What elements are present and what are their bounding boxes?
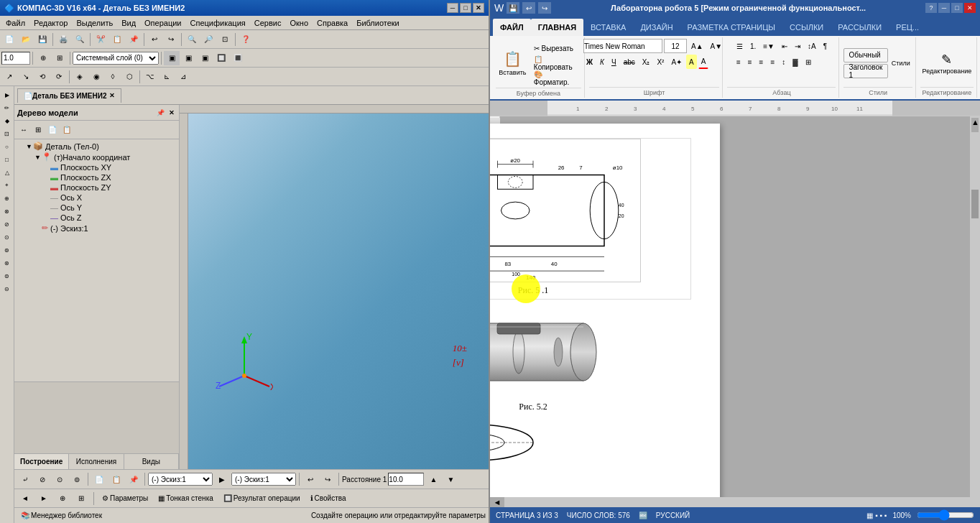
h-scroll-left[interactable]: ◄: [490, 497, 504, 507]
btb4[interactable]: ⊚: [69, 472, 85, 486]
viewport-3d[interactable]: Y X Z 10± [v]: [180, 105, 489, 469]
editing-btn[interactable]: ✎ Редактирование: [918, 42, 976, 85]
tree-item-detail[interactable]: ▼ 📦 Деталь (Тел-0): [14, 141, 179, 152]
sidebar-icon-7[interactable]: △: [1, 167, 13, 178]
scroll-thumb-top[interactable]: ▲: [971, 118, 979, 132]
tb-a4[interactable]: ⟳: [51, 70, 67, 84]
sidebar-icon-13[interactable]: ⊚: [1, 244, 13, 256]
tree-item-xy[interactable]: ▬ Плоскость XY: [14, 162, 179, 172]
btb12[interactable]: ▼: [443, 472, 458, 486]
tree-tab-views[interactable]: Виды: [124, 454, 179, 469]
word-undo-btn[interactable]: ↩: [522, 2, 535, 14]
sketch-select-2[interactable]: (-) Эскиз:1: [231, 473, 296, 486]
sidebar-icon-16[interactable]: ⊝: [1, 283, 13, 295]
format-btn[interactable]: 🎨 Форматир.: [531, 71, 581, 85]
italic-btn[interactable]: К: [597, 55, 607, 69]
tab-insert[interactable]: ВСТАВКА: [583, 19, 633, 36]
btb5[interactable]: 📄: [91, 472, 107, 486]
tb-preview[interactable]: 🔍: [72, 32, 88, 47]
tab-review[interactable]: РЕЦ...: [889, 19, 926, 36]
word-save-btn[interactable]: 💾: [507, 2, 519, 14]
tb-a3[interactable]: ⟲: [34, 70, 50, 84]
align-justify[interactable]: ≡: [767, 55, 777, 69]
btb-r1[interactable]: ◄: [17, 491, 33, 506]
menu-libraries[interactable]: Библиотеки: [352, 18, 404, 28]
btb6[interactable]: 📋: [108, 472, 124, 486]
thin-wall-btn[interactable]: ▦ Тонкая стенка: [154, 491, 216, 506]
line-spacing[interactable]: ↕: [779, 55, 788, 69]
tb-undo[interactable]: ↩: [147, 32, 162, 47]
btb-r3[interactable]: ⊕: [55, 491, 70, 506]
tb-view3d[interactable]: 🔲: [213, 51, 229, 65]
font-color-btn[interactable]: A: [698, 55, 709, 69]
minimize-button[interactable]: ─: [447, 3, 458, 13]
tree-tab-exec[interactable]: Исполнения: [69, 454, 124, 469]
menu-spec[interactable]: Спецификация: [186, 18, 250, 28]
font-name-input[interactable]: [583, 39, 662, 53]
font-size-input[interactable]: [664, 39, 687, 53]
tree-tb-3[interactable]: 📄: [46, 124, 59, 136]
tab-layout[interactable]: РАЗМЕТКА СТРАНИЦЫ: [680, 19, 782, 36]
btb-r2[interactable]: ►: [36, 491, 52, 506]
btb7[interactable]: 📌: [126, 472, 142, 486]
word-question[interactable]: ?: [925, 3, 937, 13]
tb-grid[interactable]: ⊞: [52, 51, 68, 65]
tree-pin[interactable]: 📌: [155, 109, 166, 116]
superscript-btn[interactable]: X²: [654, 55, 667, 69]
tree-close[interactable]: ✕: [167, 109, 176, 116]
tb-copy[interactable]: 📋: [109, 32, 125, 47]
paste-button[interactable]: 📋 Вставить: [496, 39, 530, 88]
align-left[interactable]: ≡: [734, 55, 744, 69]
tb-c1[interactable]: ⌥: [142, 70, 158, 84]
multi-level-btn[interactable]: ≡▼: [760, 39, 777, 53]
styles-gallery-btn[interactable]: Стили: [889, 42, 912, 85]
tb-help[interactable]: ❓: [238, 32, 254, 47]
btb3[interactable]: ⊙: [52, 472, 68, 486]
v-scrollbar[interactable]: ▲: [970, 116, 980, 507]
tab-design[interactable]: ДИЗАЙН: [633, 19, 680, 36]
word-doc-area[interactable]: 1 2 3 4 5 6 7 8 9: [490, 116, 980, 507]
align-center[interactable]: ≡: [745, 55, 755, 69]
sidebar-icon-2[interactable]: ✏: [1, 102, 13, 114]
layer-select[interactable]: Системный слой (0): [73, 52, 159, 65]
sidebar-icon-14[interactable]: ⊛: [1, 257, 13, 269]
result-btn[interactable]: 🔲 Результат операции: [220, 491, 304, 506]
cut-btn[interactable]: ✂ Вырезать: [531, 41, 581, 55]
sidebar-icon-6[interactable]: □: [1, 154, 13, 165]
bold-btn[interactable]: Ж: [583, 55, 596, 69]
btb-r4[interactable]: ⊞: [73, 491, 89, 506]
word-maximize[interactable]: □: [951, 3, 963, 13]
tree-item-axis-y[interactable]: — Ось Y: [14, 203, 179, 213]
tb-save[interactable]: 💾: [34, 32, 50, 47]
tb-zoom-fit[interactable]: ⊡: [217, 32, 233, 47]
tree-item-sketch1[interactable]: ✏ (-) Эскиз:1: [14, 223, 179, 233]
tree-item-axis-x[interactable]: — Ось X: [14, 193, 179, 203]
btb2[interactable]: ⊘: [34, 472, 50, 486]
tb-b2[interactable]: ◉: [88, 70, 104, 84]
shading-btn[interactable]: ▓: [790, 55, 800, 69]
tb-color1[interactable]: ▣: [164, 51, 180, 65]
tb-c3[interactable]: ⊿: [175, 70, 191, 84]
show-marks-btn[interactable]: ¶: [820, 39, 830, 53]
highlight-btn[interactable]: A: [686, 55, 697, 69]
sidebar-icon-12[interactable]: ⊙: [1, 231, 13, 243]
bullets-btn[interactable]: ☰: [734, 39, 746, 53]
tb-b1[interactable]: ◈: [72, 70, 88, 84]
menu-select[interactable]: Выделить: [72, 18, 117, 28]
effects-btn[interactable]: A✦: [668, 55, 685, 69]
scale-input[interactable]: [1, 52, 30, 65]
zoom-slider[interactable]: [917, 509, 974, 521]
align-right[interactable]: ≡: [757, 55, 767, 69]
tb-print[interactable]: 🖨️: [55, 32, 71, 47]
tab-refs[interactable]: ССЫЛКИ: [782, 19, 831, 36]
borders-btn[interactable]: ⊞: [803, 55, 814, 69]
menu-edit[interactable]: Редактор: [29, 18, 72, 28]
menu-window[interactable]: Окно: [285, 18, 313, 28]
font-grow[interactable]: A▲: [688, 39, 706, 53]
numbering-btn[interactable]: 1.: [747, 39, 759, 53]
expand0[interactable]: ▼: [26, 143, 33, 150]
word-close[interactable]: ✕: [964, 3, 976, 13]
increase-indent-btn[interactable]: ⇥: [792, 39, 803, 53]
tb-color3[interactable]: ▣: [197, 51, 213, 65]
btb11[interactable]: ▲: [425, 472, 441, 486]
